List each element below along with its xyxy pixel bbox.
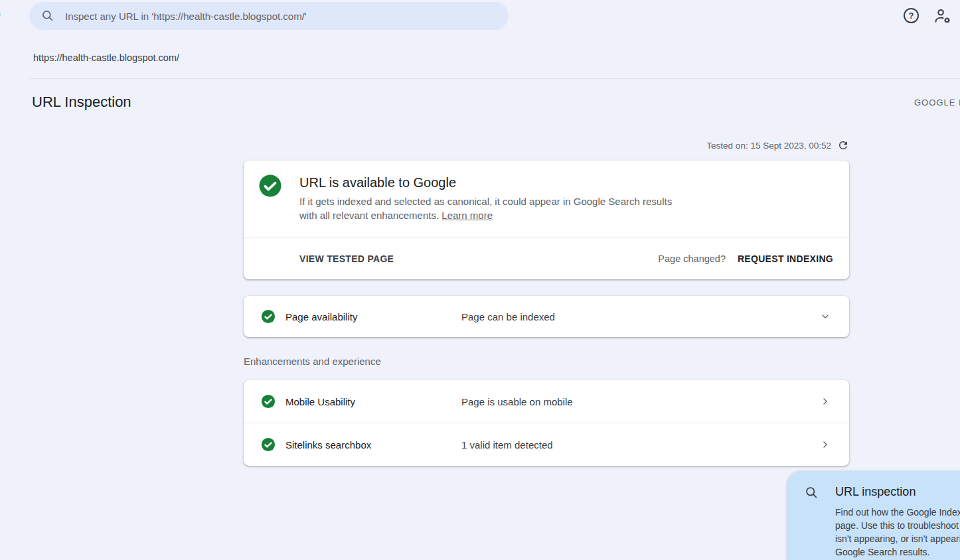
url-inspect-search-bar[interactable] xyxy=(29,2,509,30)
help-icon[interactable]: ? xyxy=(904,8,919,23)
user-settings-icon[interactable] xyxy=(933,7,952,25)
result-description-line1: If it gets indexed and selected as canon… xyxy=(299,195,684,209)
chevron-right-icon[interactable] xyxy=(820,439,831,450)
page-availability-card: Page availability Page can be indexed xyxy=(244,296,849,337)
refresh-icon[interactable] xyxy=(837,139,849,151)
tested-on-text: Tested on: 15 Sept 2023, 00:52 xyxy=(706,141,831,151)
row-status: Page can be indexed xyxy=(461,311,555,322)
row-status: Page is usable on mobile xyxy=(461,396,573,407)
result-description-line2: with all relevant enhancements. xyxy=(299,210,439,221)
success-check-icon xyxy=(261,309,276,324)
enhancements-card: Mobile Usability Page is usable on mobil… xyxy=(244,380,849,466)
learn-more-link[interactable]: Learn more xyxy=(441,210,493,221)
mobile-usability-row[interactable]: Mobile Usability Page is usable on mobil… xyxy=(244,380,849,423)
row-status: 1 valid item detected xyxy=(461,439,553,451)
tooltip-body: Find out how the Google Index sees a spe… xyxy=(835,506,960,559)
url-availability-card: URL is available to Google If it gets in… xyxy=(244,161,849,279)
row-label: Sitelinks searchbox xyxy=(285,439,371,451)
row-label: Mobile Usability xyxy=(285,396,355,407)
page-changed-label: Page changed? xyxy=(658,253,726,264)
google-index-label: GOOGLE INDEX xyxy=(914,98,960,107)
result-card-footer: VIEW TESTED PAGE Page changed? REQUEST I… xyxy=(244,238,849,279)
row-label: Page availability xyxy=(285,311,357,322)
search-icon xyxy=(41,9,54,23)
result-description: If it gets indexed and selected as canon… xyxy=(299,195,684,222)
success-check-icon xyxy=(261,437,276,452)
page-title: URL Inspection xyxy=(32,94,131,111)
tested-on-row: Tested on: 15 Sept 2023, 00:52 xyxy=(706,139,849,151)
tooltip-title: URL inspection xyxy=(835,485,916,499)
enhancements-section-title: Enhancements and experience xyxy=(244,356,381,367)
success-check-icon xyxy=(261,394,276,409)
search-input[interactable] xyxy=(65,11,497,22)
url-inspection-help-tooltip: URL inspection Find out how the Google I… xyxy=(787,471,960,560)
sitelinks-searchbox-row[interactable]: Sitelinks searchbox 1 valid item detecte… xyxy=(244,423,849,466)
breadcrumb[interactable]: https://health-castle.blogspot.com/ xyxy=(33,52,179,63)
result-title: URL is available to Google xyxy=(299,175,456,190)
header-divider xyxy=(30,78,960,79)
view-tested-page-button[interactable]: VIEW TESTED PAGE xyxy=(299,253,394,264)
search-icon xyxy=(805,486,819,500)
request-indexing-button[interactable]: REQUEST INDEXING xyxy=(738,253,833,264)
chevron-down-icon[interactable] xyxy=(820,311,831,322)
page-availability-row[interactable]: Page availability Page can be indexed xyxy=(244,296,849,337)
clipped-edge-text: e xyxy=(0,9,1,21)
chevron-right-icon[interactable] xyxy=(820,396,831,407)
success-check-icon xyxy=(258,174,282,198)
